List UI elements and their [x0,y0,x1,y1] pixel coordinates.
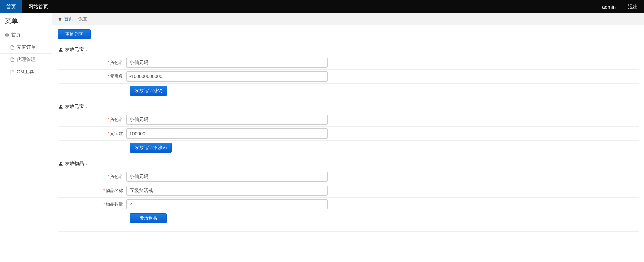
sidebar-root-home[interactable]: 首页 [0,29,52,41]
file-icon [10,57,15,62]
label-amount: 元宝数 [110,74,123,79]
panel-title-text: 发放元宝： [65,47,89,53]
nav-home[interactable]: 首页 [0,0,22,13]
change-zone-button[interactable]: 更换分区 [58,29,91,39]
nav-site-home[interactable]: 网站首页 [22,0,54,13]
panel-title-text: 发放物品： [65,161,89,167]
sidebar-item-label: 充值订单 [17,44,36,50]
nav-logout[interactable]: 退出 [622,0,644,13]
panel-item: 发放物品： *角色名 *物品名称 *物品数量 发放物品 [58,159,639,225]
sidebar-root-label: 首页 [11,32,21,38]
file-icon [10,70,15,74]
input-role-2[interactable] [126,115,328,125]
separator [58,231,639,232]
main: 首页 › 设置 更换分区 发放元宝： *角色名 *元宝数 [52,13,644,262]
sidebar-item-agent[interactable]: 代理管理 [0,53,52,66]
button-grant-yuanbao-nv[interactable]: 发放元宝(不涨V) [130,143,172,153]
user-icon [58,47,63,52]
input-role-1[interactable] [126,58,328,68]
sidebar-item-label: 代理管理 [17,57,36,63]
label-item-qty: 物品数量 [106,202,123,207]
breadcrumb-sep: › [75,17,76,22]
file-icon [10,45,15,50]
breadcrumb-home[interactable]: 首页 [64,16,73,22]
button-grant-yuanbao-v[interactable]: 发放元宝(涨V) [130,86,167,96]
top-nav: 首页 网站首页 admin 退出 [0,0,644,13]
breadcrumb: 首页 › 设置 [52,13,644,25]
sidebar-title: 菜单 [0,13,52,29]
button-grant-item[interactable]: 发放物品 [130,213,167,223]
home-icon [58,17,62,21]
sidebar: 菜单 首页 充值订单 代理管理 [0,13,52,262]
label-amount: 元宝数 [110,131,123,136]
label-role: 角色名 [110,117,123,122]
input-amount-2[interactable] [126,128,328,139]
input-amount-1[interactable] [126,71,328,82]
input-item-name[interactable] [126,186,328,196]
nav-user[interactable]: admin [596,0,622,13]
input-role-3[interactable] [126,172,328,182]
breadcrumb-current: 设置 [78,16,87,22]
user-icon [58,104,63,109]
sidebar-item-gmtools[interactable]: GM工具 [0,66,52,78]
sidebar-item-label: GM工具 [17,69,34,75]
panel-yuanbao-2: 发放元宝： *角色名 *元宝数 发放元宝(不涨V) [58,102,639,155]
user-icon [58,161,63,166]
panel-yuanbao-1: 发放元宝： *角色名 *元宝数 发放元宝(涨V) [58,45,639,98]
sidebar-item-recharge[interactable]: 充值订单 [0,41,52,53]
gear-icon [5,33,9,37]
input-item-qty[interactable] [126,199,328,209]
label-role: 角色名 [110,60,123,65]
label-role: 角色名 [110,174,123,179]
label-item-name: 物品名称 [106,188,123,193]
panel-title-text: 发放元宝： [65,104,89,110]
